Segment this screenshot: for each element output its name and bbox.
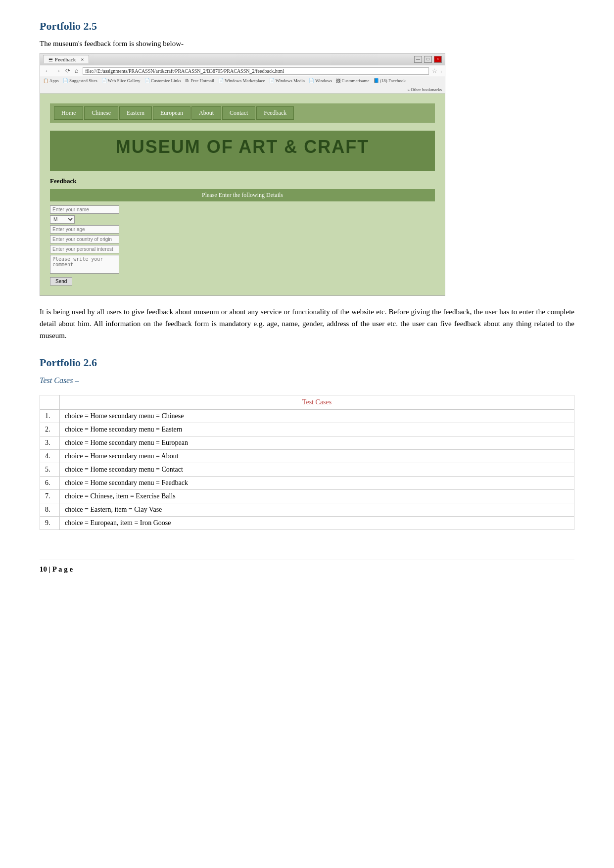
back-btn[interactable]: ← [43, 67, 52, 75]
table-row: 9.choice = European, item = Iron Goose [40, 517, 574, 530]
tab-close[interactable]: × [81, 56, 84, 62]
row-desc: choice = Home secondary menu = Eastern [60, 423, 574, 436]
address-input[interactable]: file:///E:/assignments/PRACASSN/art&craf… [83, 67, 429, 75]
portfolio-25-intro: The museum's feedback form is showing be… [40, 40, 574, 48]
row-num: 5. [40, 463, 60, 477]
minimize-btn[interactable]: — [414, 56, 422, 63]
test-cases-label-area: Test Cases – [40, 376, 574, 385]
nav-buttons: ← → ⟳ ⌂ [43, 67, 80, 75]
address-bar: ← → ⟳ ⌂ file:///E:/assignments/PRACASSN/… [40, 65, 445, 77]
nav-feedback[interactable]: Feedback [256, 106, 294, 120]
table-row: 2.choice = Home secondary menu = Eastern [40, 423, 574, 436]
bookmark-media[interactable]: 📄 Windows Media [269, 78, 305, 83]
museum-title: MUSEUM OF ART & CRAFT [56, 137, 429, 157]
portfolio-26-section: Portfolio 2.6 Test Cases – Test Cases 1.… [40, 356, 574, 530]
browser-screenshot: ☰ Feedback × — □ × ← → ⟳ ⌂ file:///E:/as… [40, 53, 445, 296]
row-desc: choice = Home secondary menu = European [60, 436, 574, 450]
comment-row [50, 255, 435, 274]
bookmark-windows[interactable]: 📄 Windows [309, 78, 332, 83]
send-btn-row: Send [50, 275, 435, 286]
forward-btn[interactable]: → [53, 67, 62, 75]
row-desc: choice = Home secondary menu = About [60, 450, 574, 463]
row-num: 8. [40, 503, 60, 517]
comment-textarea[interactable] [50, 255, 119, 274]
table-row: 6.choice = Home secondary menu = Feedbac… [40, 477, 574, 490]
table-row: 1.choice = Home secondary menu = Chinese [40, 410, 574, 423]
row-num: 4. [40, 450, 60, 463]
row-num: 1. [40, 410, 60, 423]
table-header-label: Test Cases [60, 395, 574, 410]
nav-european[interactable]: European [153, 106, 190, 120]
send-button[interactable]: Send [50, 277, 72, 286]
country-input[interactable] [50, 235, 119, 243]
row-num: 7. [40, 490, 60, 503]
bookmark-webslice[interactable]: 📄 Web Slice Gallery [101, 78, 141, 83]
table-row: 3.choice = Home secondary menu = Europea… [40, 436, 574, 450]
form-header-bar: Please Enter the following Details [50, 189, 435, 201]
star-icon[interactable]: ☆ [432, 67, 437, 75]
name-input[interactable] [50, 205, 119, 214]
row-num: 2. [40, 423, 60, 436]
row-num: 3. [40, 436, 60, 450]
settings-icon[interactable]: i [440, 68, 442, 74]
close-btn[interactable]: × [434, 56, 442, 63]
bookmarks-bar: 📋 Apps 📄 Suggested Sites 📄 Web Slice Gal… [40, 77, 445, 94]
portfolio-25-heading: Portfolio 2.5 [40, 20, 574, 33]
row-desc: choice = Home secondary menu = Chinese [60, 410, 574, 423]
name-row [50, 205, 435, 214]
row-num: 9. [40, 517, 60, 530]
test-cases-table: Test Cases 1.choice = Home secondary men… [40, 395, 574, 530]
window-controls: — □ × [414, 56, 442, 63]
table-header-row: Test Cases [40, 395, 574, 410]
feedback-section-label: Feedback [50, 177, 435, 185]
maximize-btn[interactable]: □ [424, 56, 432, 63]
bookmark-customer[interactable]: 🖼 Customerisame [336, 78, 369, 83]
test-cases-body: 1.choice = Home secondary menu = Chinese… [40, 410, 574, 530]
country-row [50, 235, 435, 243]
page-number: 10 | P a g e [40, 560, 574, 574]
row-desc: choice = Chinese, item = Exercise Balls [60, 490, 574, 503]
bookmark-apps[interactable]: 📋 Apps [43, 78, 59, 83]
nav-eastern[interactable]: Eastern [119, 106, 152, 120]
tab-label: Feedback [55, 56, 76, 62]
browser-titlebar: ☰ Feedback × — □ × [40, 53, 445, 65]
table-row: 7.choice = Chinese, item = Exercise Ball… [40, 490, 574, 503]
bookmark-marketplace[interactable]: 📄 Windows Marketplace [218, 78, 265, 83]
bookmark-customize[interactable]: 📄 Customize Links [144, 78, 182, 83]
table-row: 8.choice = Eastern, item = Clay Vase [40, 503, 574, 517]
nav-contact[interactable]: Contact [222, 106, 255, 120]
table-row: 4.choice = Home secondary menu = About [40, 450, 574, 463]
feedback-section: Feedback Please Enter the following Deta… [50, 177, 435, 286]
table-header-num [40, 395, 60, 410]
bookmark-other[interactable]: » Other bookmarks [408, 87, 442, 92]
tab-icon: ☰ [48, 57, 53, 62]
test-cases-heading: Test Cases – [40, 376, 574, 385]
row-desc: choice = Home secondary menu = Feedback [60, 477, 574, 490]
row-num: 6. [40, 477, 60, 490]
interest-input[interactable] [50, 245, 119, 253]
nav-home[interactable]: Home [54, 106, 83, 120]
museum-website-content: Home Chinese Eastern European About Cont… [40, 94, 445, 295]
bookmark-facebook[interactable]: 📘 (18) Facebook [374, 78, 406, 83]
nav-about[interactable]: About [191, 106, 221, 120]
gender-select[interactable]: M F [50, 215, 75, 224]
row-desc: choice = Eastern, item = Clay Vase [60, 503, 574, 517]
bookmark-hotmail[interactable]: 🗎 Free Hotmail [185, 78, 214, 83]
row-desc: choice = Home secondary menu = Contact [60, 463, 574, 477]
portfolio-25-section: Portfolio 2.5 The museum's feedback form… [40, 20, 574, 341]
portfolio-26-heading: Portfolio 2.6 [40, 356, 574, 369]
table-row: 5.choice = Home secondary menu = Contact [40, 463, 574, 477]
age-row [50, 225, 435, 234]
feedback-form: M F [50, 205, 435, 286]
home-btn[interactable]: ⌂ [73, 67, 80, 75]
nav-chinese[interactable]: Chinese [84, 106, 118, 120]
museum-nav: Home Chinese Eastern European About Cont… [50, 103, 435, 123]
portfolio-25-description: It is being used by all users to give fe… [40, 306, 574, 341]
age-input[interactable] [50, 225, 119, 234]
museum-title-bar: MUSEUM OF ART & CRAFT [50, 131, 435, 171]
refresh-btn[interactable]: ⟳ [64, 67, 72, 75]
browser-tab[interactable]: ☰ Feedback × [43, 55, 89, 63]
interest-row [50, 245, 435, 253]
bookmark-suggested[interactable]: 📄 Suggested Sites [63, 78, 97, 83]
row-desc: choice = European, item = Iron Goose [60, 517, 574, 530]
